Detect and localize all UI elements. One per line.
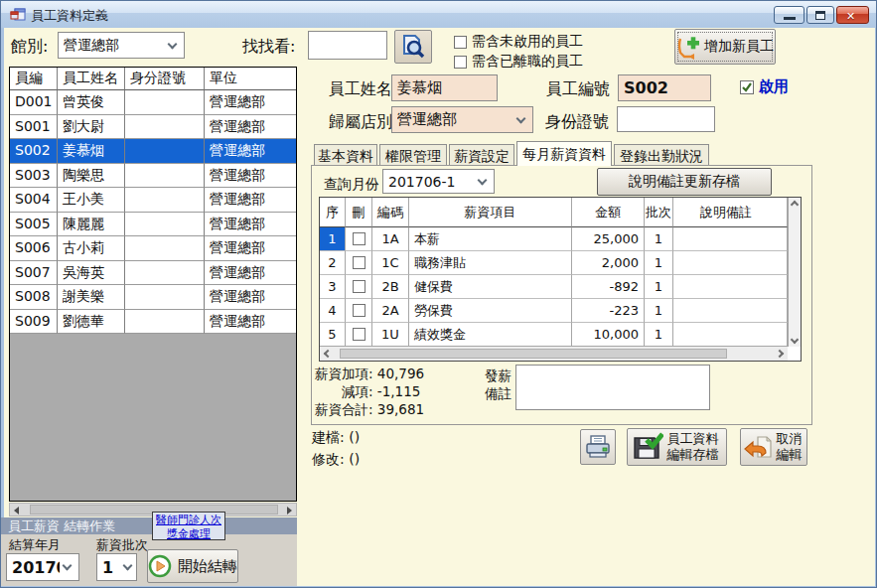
salary-delete-cell[interactable] bbox=[346, 275, 372, 299]
employee-row[interactable]: D001 曾英俊 營運總部 bbox=[10, 90, 296, 115]
salary-seq: 3 bbox=[320, 275, 346, 299]
tab-salary-settings[interactable]: 薪資設定 bbox=[449, 144, 514, 166]
employee-row[interactable]: S007 吳海英 營運總部 bbox=[10, 261, 296, 286]
col-header-delete[interactable]: 刪 bbox=[346, 198, 372, 227]
employee-row-selected[interactable]: S002 姜慕烟 營運總部 bbox=[10, 139, 296, 164]
employee-idno bbox=[125, 188, 205, 213]
period-select[interactable]: 201706 bbox=[6, 553, 79, 581]
salary-note bbox=[673, 299, 788, 323]
query-month-select[interactable]: 201706-1 bbox=[382, 169, 495, 194]
employee-row[interactable]: S001 劉大尉 營運總部 bbox=[10, 115, 296, 140]
employee-table: 員編 員工姓名 身分證號 單位 D001 曾英俊 營運總部 S001 劉大尉 營… bbox=[9, 67, 297, 502]
title-bar[interactable]: 員工資料定義 ✕ bbox=[1, 1, 877, 28]
scroll-down-icon[interactable] bbox=[791, 336, 799, 344]
employee-name: 陳麗麗 bbox=[58, 213, 125, 237]
employee-row[interactable]: S005 陳麗麗 營運總部 bbox=[10, 213, 296, 237]
salary-delete-cell[interactable] bbox=[346, 227, 372, 251]
employee-id-field[interactable]: S002 bbox=[618, 74, 711, 101]
employee-name: 古小莉 bbox=[58, 236, 125, 261]
tab-basic-info[interactable]: 基本資料 bbox=[314, 144, 377, 166]
employee-id: S006 bbox=[10, 236, 58, 261]
col-header-item[interactable]: 薪資項目 bbox=[409, 198, 572, 227]
col-header-seq[interactable]: 序 bbox=[320, 198, 346, 227]
scroll-thumb[interactable] bbox=[340, 349, 727, 359]
branch-select[interactable]: 營運總部 bbox=[58, 32, 185, 59]
col-header-code[interactable]: 編碼 bbox=[372, 198, 409, 227]
salary-grid-vscrollbar[interactable] bbox=[788, 198, 801, 347]
save-button[interactable]: 員工資料編輯存檔 bbox=[627, 428, 727, 466]
col-header-note[interactable]: 說明備註 bbox=[673, 198, 788, 227]
app-window: 員工資料定義 ✕ 館別: 營運總部 找找看: 需含未啟用的員工 需含已離職的員工 bbox=[0, 0, 877, 588]
salary-grid-hscrollbar[interactable] bbox=[320, 346, 788, 361]
employee-idno bbox=[125, 115, 205, 140]
employee-row[interactable]: S008 謝美樂 營運總部 bbox=[10, 285, 296, 310]
include-resigned-checkbox[interactable]: 需含已離職的員工 bbox=[454, 53, 583, 71]
search-label: 找找看: bbox=[242, 37, 295, 58]
print-button[interactable] bbox=[580, 429, 616, 465]
include-inactive-checkbox[interactable]: 需含未啟用的員工 bbox=[454, 33, 583, 51]
salary-item: 本薪 bbox=[409, 227, 572, 251]
maximize-button[interactable] bbox=[806, 6, 834, 24]
col-header-idno[interactable]: 身分證號 bbox=[125, 68, 205, 90]
col-header-id[interactable]: 員編 bbox=[10, 68, 58, 90]
salary-item: 績效獎金 bbox=[409, 323, 572, 347]
salary-row[interactable]: 3 2B 健保費 -892 1 bbox=[320, 275, 788, 299]
checkbox-icon bbox=[454, 56, 467, 69]
col-header-unit[interactable]: 單位 bbox=[205, 68, 296, 90]
tab-permissions[interactable]: 權限管理 bbox=[379, 144, 447, 166]
idcard-field[interactable] bbox=[617, 106, 715, 132]
salary-delete-cell[interactable] bbox=[346, 251, 372, 275]
salary-add-label: 薪資加項: bbox=[315, 366, 373, 381]
salary-code: 1C bbox=[372, 251, 409, 275]
scroll-left-icon[interactable] bbox=[324, 350, 332, 358]
cancel-edit-button[interactable]: 取消編輯 bbox=[740, 428, 807, 466]
salary-row[interactable]: 4 2A 勞保費 -223 1 bbox=[320, 299, 788, 323]
employee-row[interactable]: S009 劉德華 營運總部 bbox=[10, 310, 296, 335]
pay-note-label: 發薪備註 bbox=[485, 368, 514, 402]
store-select[interactable]: 營運總部 bbox=[391, 106, 533, 133]
scroll-right-icon[interactable] bbox=[776, 350, 784, 358]
salary-note bbox=[673, 275, 788, 299]
pay-note-textarea[interactable] bbox=[515, 365, 710, 410]
employee-row[interactable]: S006 古小莉 營運總部 bbox=[10, 236, 296, 261]
scroll-right-icon[interactable] bbox=[287, 507, 292, 514]
chevron-down-icon bbox=[478, 175, 488, 185]
salary-add-value: 40,796 bbox=[377, 366, 424, 381]
store-label: 歸屬店別 bbox=[329, 112, 392, 133]
doctor-bonus-link[interactable]: 醫師門診人次獎金處理 bbox=[152, 512, 225, 540]
employee-row[interactable]: S003 陶樂思 營運總部 bbox=[10, 164, 296, 189]
employee-idno bbox=[125, 236, 205, 261]
employee-row[interactable]: S004 王小美 營運總部 bbox=[10, 188, 296, 213]
search-input[interactable] bbox=[308, 31, 387, 60]
col-header-name[interactable]: 員工姓名 bbox=[58, 68, 125, 90]
salary-delete-cell[interactable] bbox=[346, 323, 372, 347]
active-checkbox[interactable]: 啟用 bbox=[740, 77, 789, 96]
scroll-up-icon[interactable] bbox=[791, 201, 799, 209]
employee-idno bbox=[125, 310, 205, 335]
employee-name-field[interactable]: 姜慕烟 bbox=[391, 74, 498, 101]
start-transfer-button[interactable]: 開始結轉 bbox=[147, 549, 238, 583]
minimize-button[interactable] bbox=[774, 6, 804, 24]
start-transfer-label: 開始結轉 bbox=[178, 557, 237, 576]
tab-monthly-salary[interactable]: 每月薪資資料 bbox=[516, 141, 612, 166]
created-value: () bbox=[349, 429, 360, 445]
salary-delete-cell[interactable] bbox=[346, 299, 372, 323]
salary-row[interactable]: 1 1A 本薪 25,000 1 bbox=[320, 227, 788, 251]
salary-row[interactable]: 5 1U 績效獎金 10,000 1 bbox=[320, 323, 788, 347]
col-header-batch[interactable]: 批次 bbox=[645, 198, 673, 227]
salary-row[interactable]: 2 1C 職務津貼 2,000 1 bbox=[320, 251, 788, 275]
search-button[interactable] bbox=[394, 30, 432, 64]
checkbox-icon bbox=[740, 80, 754, 94]
scroll-left-icon[interactable] bbox=[14, 507, 19, 514]
col-header-amount[interactable]: 金額 bbox=[572, 198, 645, 227]
tab-attendance[interactable]: 登錄出勤狀況 bbox=[614, 144, 709, 166]
checkbox-icon bbox=[454, 36, 467, 49]
update-notes-button[interactable]: 說明備註更新存檔 bbox=[597, 168, 772, 196]
checkbox-icon bbox=[353, 256, 365, 269]
batch-select[interactable]: 1 bbox=[96, 553, 137, 581]
close-button[interactable]: ✕ bbox=[836, 6, 869, 24]
modified-value: () bbox=[349, 451, 360, 467]
add-employee-button[interactable]: 增加新員工 bbox=[674, 29, 776, 65]
chevron-down-icon bbox=[516, 113, 526, 123]
salary-note bbox=[673, 251, 788, 275]
